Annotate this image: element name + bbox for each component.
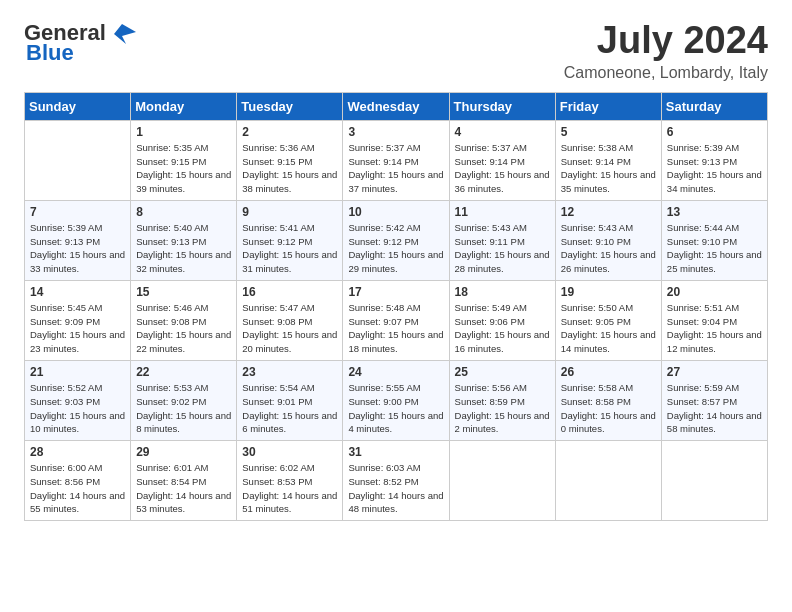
calendar-cell-4-4 bbox=[449, 441, 555, 521]
calendar-cell-3-2: 23Sunrise: 5:54 AMSunset: 9:01 PMDayligh… bbox=[237, 360, 343, 440]
calendar-cell-3-1: 22Sunrise: 5:53 AMSunset: 9:02 PMDayligh… bbox=[131, 360, 237, 440]
header: General Blue July 2024 Camoneone, Lombar… bbox=[24, 20, 768, 82]
col-thursday: Thursday bbox=[449, 92, 555, 120]
day-number: 22 bbox=[136, 365, 231, 379]
cell-info: Sunrise: 5:50 AMSunset: 9:05 PMDaylight:… bbox=[561, 301, 656, 356]
day-number: 6 bbox=[667, 125, 762, 139]
cell-info: Sunrise: 5:36 AMSunset: 9:15 PMDaylight:… bbox=[242, 141, 337, 196]
calendar-cell-4-5 bbox=[555, 441, 661, 521]
calendar-cell-0-6: 6Sunrise: 5:39 AMSunset: 9:13 PMDaylight… bbox=[661, 120, 767, 200]
calendar-week-1: 7Sunrise: 5:39 AMSunset: 9:13 PMDaylight… bbox=[25, 200, 768, 280]
day-number: 24 bbox=[348, 365, 443, 379]
calendar-cell-4-6 bbox=[661, 441, 767, 521]
col-wednesday: Wednesday bbox=[343, 92, 449, 120]
month-title: July 2024 bbox=[564, 20, 768, 62]
calendar-cell-4-0: 28Sunrise: 6:00 AMSunset: 8:56 PMDayligh… bbox=[25, 441, 131, 521]
calendar-cell-2-5: 19Sunrise: 5:50 AMSunset: 9:05 PMDayligh… bbox=[555, 280, 661, 360]
cell-info: Sunrise: 5:38 AMSunset: 9:14 PMDaylight:… bbox=[561, 141, 656, 196]
calendar-cell-0-2: 2Sunrise: 5:36 AMSunset: 9:15 PMDaylight… bbox=[237, 120, 343, 200]
cell-info: Sunrise: 5:47 AMSunset: 9:08 PMDaylight:… bbox=[242, 301, 337, 356]
calendar-cell-1-5: 12Sunrise: 5:43 AMSunset: 9:10 PMDayligh… bbox=[555, 200, 661, 280]
cell-info: Sunrise: 5:39 AMSunset: 9:13 PMDaylight:… bbox=[30, 221, 125, 276]
calendar-cell-2-6: 20Sunrise: 5:51 AMSunset: 9:04 PMDayligh… bbox=[661, 280, 767, 360]
day-number: 28 bbox=[30, 445, 125, 459]
cell-info: Sunrise: 6:03 AMSunset: 8:52 PMDaylight:… bbox=[348, 461, 443, 516]
day-number: 1 bbox=[136, 125, 231, 139]
calendar-cell-4-3: 31Sunrise: 6:03 AMSunset: 8:52 PMDayligh… bbox=[343, 441, 449, 521]
cell-info: Sunrise: 5:53 AMSunset: 9:02 PMDaylight:… bbox=[136, 381, 231, 436]
calendar-cell-1-0: 7Sunrise: 5:39 AMSunset: 9:13 PMDaylight… bbox=[25, 200, 131, 280]
day-number: 31 bbox=[348, 445, 443, 459]
cell-info: Sunrise: 5:49 AMSunset: 9:06 PMDaylight:… bbox=[455, 301, 550, 356]
day-number: 4 bbox=[455, 125, 550, 139]
cell-info: Sunrise: 5:42 AMSunset: 9:12 PMDaylight:… bbox=[348, 221, 443, 276]
day-number: 23 bbox=[242, 365, 337, 379]
cell-info: Sunrise: 5:54 AMSunset: 9:01 PMDaylight:… bbox=[242, 381, 337, 436]
cell-info: Sunrise: 5:37 AMSunset: 9:14 PMDaylight:… bbox=[455, 141, 550, 196]
cell-info: Sunrise: 5:58 AMSunset: 8:58 PMDaylight:… bbox=[561, 381, 656, 436]
page: General Blue July 2024 Camoneone, Lombar… bbox=[0, 0, 792, 541]
cell-info: Sunrise: 5:52 AMSunset: 9:03 PMDaylight:… bbox=[30, 381, 125, 436]
cell-info: Sunrise: 5:40 AMSunset: 9:13 PMDaylight:… bbox=[136, 221, 231, 276]
day-number: 10 bbox=[348, 205, 443, 219]
calendar-week-4: 28Sunrise: 6:00 AMSunset: 8:56 PMDayligh… bbox=[25, 441, 768, 521]
title-section: July 2024 Camoneone, Lombardy, Italy bbox=[564, 20, 768, 82]
calendar-cell-1-4: 11Sunrise: 5:43 AMSunset: 9:11 PMDayligh… bbox=[449, 200, 555, 280]
header-row: Sunday Monday Tuesday Wednesday Thursday… bbox=[25, 92, 768, 120]
col-monday: Monday bbox=[131, 92, 237, 120]
day-number: 18 bbox=[455, 285, 550, 299]
cell-info: Sunrise: 6:01 AMSunset: 8:54 PMDaylight:… bbox=[136, 461, 231, 516]
calendar-cell-2-3: 17Sunrise: 5:48 AMSunset: 9:07 PMDayligh… bbox=[343, 280, 449, 360]
calendar-week-2: 14Sunrise: 5:45 AMSunset: 9:09 PMDayligh… bbox=[25, 280, 768, 360]
cell-info: Sunrise: 5:51 AMSunset: 9:04 PMDaylight:… bbox=[667, 301, 762, 356]
day-number: 17 bbox=[348, 285, 443, 299]
calendar-cell-3-6: 27Sunrise: 5:59 AMSunset: 8:57 PMDayligh… bbox=[661, 360, 767, 440]
cell-info: Sunrise: 6:02 AMSunset: 8:53 PMDaylight:… bbox=[242, 461, 337, 516]
calendar-week-0: 1Sunrise: 5:35 AMSunset: 9:15 PMDaylight… bbox=[25, 120, 768, 200]
calendar-cell-0-1: 1Sunrise: 5:35 AMSunset: 9:15 PMDaylight… bbox=[131, 120, 237, 200]
cell-info: Sunrise: 5:44 AMSunset: 9:10 PMDaylight:… bbox=[667, 221, 762, 276]
col-friday: Friday bbox=[555, 92, 661, 120]
calendar-cell-0-5: 5Sunrise: 5:38 AMSunset: 9:14 PMDaylight… bbox=[555, 120, 661, 200]
day-number: 27 bbox=[667, 365, 762, 379]
calendar-cell-1-6: 13Sunrise: 5:44 AMSunset: 9:10 PMDayligh… bbox=[661, 200, 767, 280]
cell-info: Sunrise: 5:55 AMSunset: 9:00 PMDaylight:… bbox=[348, 381, 443, 436]
calendar-cell-2-2: 16Sunrise: 5:47 AMSunset: 9:08 PMDayligh… bbox=[237, 280, 343, 360]
calendar-cell-3-5: 26Sunrise: 5:58 AMSunset: 8:58 PMDayligh… bbox=[555, 360, 661, 440]
cell-info: Sunrise: 5:59 AMSunset: 8:57 PMDaylight:… bbox=[667, 381, 762, 436]
day-number: 15 bbox=[136, 285, 231, 299]
calendar-cell-3-4: 25Sunrise: 5:56 AMSunset: 8:59 PMDayligh… bbox=[449, 360, 555, 440]
cell-info: Sunrise: 5:43 AMSunset: 9:10 PMDaylight:… bbox=[561, 221, 656, 276]
cell-info: Sunrise: 5:45 AMSunset: 9:09 PMDaylight:… bbox=[30, 301, 125, 356]
calendar-cell-2-4: 18Sunrise: 5:49 AMSunset: 9:06 PMDayligh… bbox=[449, 280, 555, 360]
day-number: 7 bbox=[30, 205, 125, 219]
day-number: 3 bbox=[348, 125, 443, 139]
calendar-cell-3-3: 24Sunrise: 5:55 AMSunset: 9:00 PMDayligh… bbox=[343, 360, 449, 440]
day-number: 5 bbox=[561, 125, 656, 139]
calendar-cell-4-1: 29Sunrise: 6:01 AMSunset: 8:54 PMDayligh… bbox=[131, 441, 237, 521]
cell-info: Sunrise: 5:35 AMSunset: 9:15 PMDaylight:… bbox=[136, 141, 231, 196]
day-number: 21 bbox=[30, 365, 125, 379]
calendar-cell-0-3: 3Sunrise: 5:37 AMSunset: 9:14 PMDaylight… bbox=[343, 120, 449, 200]
calendar-cell-2-1: 15Sunrise: 5:46 AMSunset: 9:08 PMDayligh… bbox=[131, 280, 237, 360]
calendar-table: Sunday Monday Tuesday Wednesday Thursday… bbox=[24, 92, 768, 521]
svg-marker-0 bbox=[114, 24, 136, 44]
day-number: 26 bbox=[561, 365, 656, 379]
cell-info: Sunrise: 5:56 AMSunset: 8:59 PMDaylight:… bbox=[455, 381, 550, 436]
cell-info: Sunrise: 5:46 AMSunset: 9:08 PMDaylight:… bbox=[136, 301, 231, 356]
cell-info: Sunrise: 5:39 AMSunset: 9:13 PMDaylight:… bbox=[667, 141, 762, 196]
logo-blue: Blue bbox=[26, 40, 74, 66]
cell-info: Sunrise: 5:41 AMSunset: 9:12 PMDaylight:… bbox=[242, 221, 337, 276]
day-number: 20 bbox=[667, 285, 762, 299]
day-number: 8 bbox=[136, 205, 231, 219]
col-tuesday: Tuesday bbox=[237, 92, 343, 120]
logo: General Blue bbox=[24, 20, 136, 66]
col-saturday: Saturday bbox=[661, 92, 767, 120]
cell-info: Sunrise: 5:37 AMSunset: 9:14 PMDaylight:… bbox=[348, 141, 443, 196]
calendar-cell-1-2: 9Sunrise: 5:41 AMSunset: 9:12 PMDaylight… bbox=[237, 200, 343, 280]
cell-info: Sunrise: 5:43 AMSunset: 9:11 PMDaylight:… bbox=[455, 221, 550, 276]
day-number: 16 bbox=[242, 285, 337, 299]
day-number: 12 bbox=[561, 205, 656, 219]
day-number: 11 bbox=[455, 205, 550, 219]
col-sunday: Sunday bbox=[25, 92, 131, 120]
